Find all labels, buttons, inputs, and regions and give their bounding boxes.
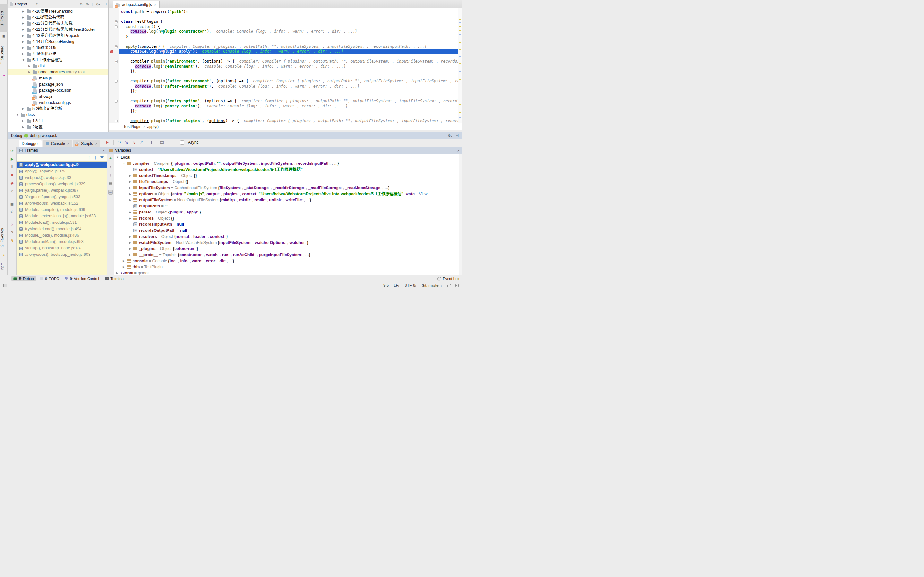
tree-collapsed-arrow-icon[interactable]: ▶: [129, 234, 131, 240]
caret-position[interactable]: 9:5: [383, 284, 389, 287]
code-line[interactable]: apply(compiler) { compiler: Compiler {_p…: [119, 44, 462, 49]
code-line[interactable]: [119, 114, 462, 119]
variable-row[interactable]: ▶contextTimestamps = Object {}: [114, 173, 459, 179]
stripe-mark[interactable]: [459, 56, 461, 57]
stripe-mark[interactable]: [459, 104, 461, 105]
stripe-mark[interactable]: [459, 87, 461, 89]
variable-row[interactable]: 10recordsOutputPath = null: [114, 227, 459, 234]
restore-layout-icon[interactable]: ▦: [10, 201, 15, 206]
code-line[interactable]: }: [119, 34, 462, 39]
tree-collapsed-arrow-icon[interactable]: ▶: [22, 45, 24, 51]
stop-icon[interactable]: ■: [10, 172, 15, 177]
chevron-down-icon[interactable]: ▼: [35, 3, 38, 5]
fold-marker-icon[interactable]: −: [115, 20, 118, 23]
code-line[interactable]: [119, 39, 462, 44]
code-line[interactable]: console.log('@environment'); console: Co…: [119, 64, 462, 69]
hide-panel-icon[interactable]: ⊣: [103, 2, 107, 6]
gear-icon[interactable]: ⚙▾: [447, 133, 452, 138]
stripe-mark[interactable]: [459, 42, 461, 43]
toolwindow-debug[interactable]: 5: Debug: [11, 276, 36, 281]
variable-row[interactable]: ▶_plugins = Object {before-run: }: [114, 246, 459, 252]
fold-marker-icon[interactable]: −: [115, 80, 118, 83]
next-frame-icon[interactable]: ↓: [94, 155, 97, 161]
move-up-icon[interactable]: ↑: [110, 165, 111, 169]
tree-item[interactable]: webpack.config.js: [8, 100, 108, 106]
tree-collapsed-arrow-icon[interactable]: ▶: [28, 63, 31, 69]
tree-item[interactable]: ▶4-16优化总结: [8, 51, 108, 57]
fold-marker-icon[interactable]: −: [115, 100, 118, 103]
breadcrumb-class[interactable]: TestPlugin: [124, 124, 141, 129]
tree-expanded-arrow-icon[interactable]: ▼: [16, 112, 19, 118]
variable-row[interactable]: ▶records = Object {}: [114, 215, 459, 221]
variable-row[interactable]: ▶watchFileSystem = NodeWatchFileSystem {…: [114, 240, 459, 246]
variable-row[interactable]: ▶inputFileSystem = CachedInputFileSystem…: [114, 185, 459, 191]
code-line[interactable]: class TestPlugin {: [119, 19, 462, 24]
tree-collapsed-arrow-icon[interactable]: ▶: [123, 264, 125, 270]
step-out-icon[interactable]: ↗: [140, 140, 143, 145]
copy-icon[interactable]: ▤: [109, 181, 112, 185]
resume-icon[interactable]: ▶: [10, 156, 15, 161]
code-line[interactable]: [119, 54, 462, 59]
hide-panel-icon[interactable]: ⊣: [456, 133, 459, 138]
tree-collapsed-arrow-icon[interactable]: ▶: [129, 240, 131, 246]
tree-collapsed-arrow-icon[interactable]: ▶: [22, 33, 24, 39]
breadcrumb-method[interactable]: apply(): [147, 124, 159, 129]
tree-item[interactable]: package-lock.json: [8, 87, 108, 93]
code-line[interactable]: });: [119, 69, 462, 74]
sidebar-tab-favorites[interactable]: 2: Favorites: [0, 224, 8, 251]
code-line[interactable]: [119, 94, 462, 99]
variable-row[interactable]: ▶Global = global: [114, 270, 459, 275]
frame-row[interactable]: ‹›tryModuleLoad(), module.js:494: [17, 226, 107, 232]
inspections-hector-icon[interactable]: [455, 284, 459, 287]
code-line[interactable]: compiler.plugin('after-plugins', (option…: [119, 119, 462, 123]
jump-to-source-icon[interactable]: ↯: [10, 238, 15, 243]
async-checkbox[interactable]: [180, 140, 184, 145]
variable-row[interactable]: 10context = "/Users/halwu/WebstormProjec…: [114, 167, 459, 173]
stripe-mark[interactable]: [459, 117, 461, 118]
breakpoint-icon[interactable]: [110, 50, 113, 53]
tree-item[interactable]: ▶4-15输出分析: [8, 45, 108, 51]
tree-expanded-arrow-icon[interactable]: ▼: [116, 155, 119, 161]
fold-marker-icon[interactable]: −: [115, 119, 118, 122]
code-line[interactable]: });: [119, 109, 462, 114]
fold-marker-icon[interactable]: −: [115, 25, 118, 28]
lock-icon[interactable]: [447, 285, 450, 287]
tree-collapsed-arrow-icon[interactable]: ▶: [129, 246, 131, 252]
run-to-cursor-icon[interactable]: →I: [147, 140, 152, 145]
tree-item[interactable]: ▶4-10使用TreeSharking: [8, 8, 108, 15]
tree-item[interactable]: ▶4-13提升代码性能Prepack: [8, 33, 108, 39]
tree-collapsed-arrow-icon[interactable]: ▶: [129, 191, 131, 197]
frame-row[interactable]: ‹›apply(), Tapable.js:375: [17, 168, 107, 174]
frame-row[interactable]: ‹›Module._load(), module.js:486: [17, 232, 107, 239]
git-branch-widget[interactable]: Git: master ↕: [422, 284, 442, 287]
frame-row[interactable]: ‹›Yargs.self.parse(), yargs.js:533: [17, 193, 107, 200]
tree-item[interactable]: ▶node_modules library root: [8, 69, 108, 75]
variable-row[interactable]: ▶fileTimestamps = Object {}: [114, 179, 459, 185]
toolwindow-todo[interactable]: 6: TODO: [37, 276, 62, 281]
variable-row[interactable]: ▶console = Console {log: , info: , warn:…: [114, 258, 459, 264]
code-line[interactable]: console.log('@plugin apply'); console: C…: [119, 49, 462, 54]
fold-marker-icon[interactable]: −: [115, 45, 118, 48]
frame-row[interactable]: ‹›processOptions(), webpack.js:329: [17, 181, 107, 187]
tree-item[interactable]: ▶dist: [8, 63, 108, 69]
event-log-button[interactable]: Event Log: [437, 277, 459, 280]
tree-collapsed-arrow-icon[interactable]: ▶: [22, 118, 24, 124]
variable-row[interactable]: ▶parser = Object {plugin: , apply: }: [114, 210, 459, 215]
stripe-mark[interactable]: [459, 23, 461, 23]
toolwindow-terminal[interactable]: > Terminal: [103, 276, 126, 281]
tree-item[interactable]: ▶2配置: [8, 124, 108, 130]
tree-item[interactable]: ▶4-11提取公共代码: [8, 15, 108, 21]
code-line[interactable]: compiler.plugin('after-environment', (op…: [119, 79, 462, 84]
variable-row[interactable]: 10recordsInputPath = null: [114, 221, 459, 227]
tree-collapsed-arrow-icon[interactable]: ▶: [129, 197, 131, 203]
stripe-mark[interactable]: [459, 79, 461, 81]
fold-marker-icon[interactable]: −: [115, 60, 118, 63]
tree-item[interactable]: main.js: [8, 75, 108, 81]
toolwindow-version-control[interactable]: Ψ 9: Version Control: [63, 276, 102, 281]
gear-icon[interactable]: ⚙▾: [95, 2, 100, 6]
stripe-mark[interactable]: [459, 71, 461, 72]
hide-panel-icon[interactable]: →▪: [455, 149, 459, 152]
variable-row[interactable]: ▶resolvers = Object {normal: , loader: ,…: [114, 234, 459, 240]
tree-collapsed-arrow-icon[interactable]: ▶: [22, 39, 24, 45]
tree-collapsed-arrow-icon[interactable]: ▶: [22, 27, 24, 33]
